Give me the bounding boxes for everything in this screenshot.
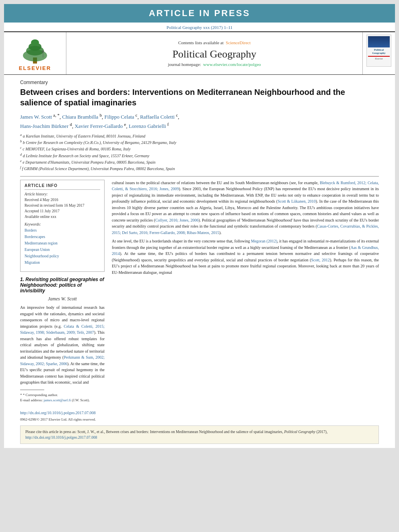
authors-line: James W. Scott a, *, Chiara Brambilla b,… — [20, 112, 379, 130]
right-para1: cultural issues to the political charact… — [112, 180, 379, 236]
section-divider — [20, 176, 379, 177]
affiliation-a: a a Karelian Institute, University of Ea… — [20, 133, 379, 139]
footnote-email-address[interactable]: james.scott@uef.fi — [43, 398, 71, 402]
author-celata: Filippo Celata — [105, 114, 134, 120]
journal-header: ELSEVIER Contents lists available at Sci… — [4, 31, 395, 75]
accepted-date: Accepted 11 July 2017 — [25, 208, 100, 214]
section1-author: James W. Scott — [20, 296, 105, 302]
author-brambilla: Chiara Brambilla — [62, 114, 98, 120]
keywords-list: Borders Borderscapes Mediterranean regio… — [25, 227, 100, 266]
sciencedirect-line: Contents lists available at ScienceDirec… — [178, 40, 251, 45]
citation-doi[interactable]: http://dx.doi.org/10.1016/j.polgeo.2017.… — [25, 435, 97, 440]
article-title: Between crises and borders: Intervention… — [20, 87, 379, 108]
elsevier-tree-icon — [15, 35, 55, 64]
journal-citation-text: Political Geography xxx (2017) 1–11 — [167, 25, 232, 30]
affiliation-d: d d Leibniz Institute for Research on So… — [20, 152, 379, 159]
keyword-mediterranean: Mediterranean region — [25, 241, 58, 245]
section1-heading: 1. Revisiting political geographies of N… — [20, 277, 105, 294]
affiliation-b: b b Centre for Research on Complexity (C… — [20, 139, 379, 146]
keyword-borderscapes: Borderscapes — [25, 235, 45, 239]
keywords-label: Keywords: — [25, 222, 100, 226]
doi-link[interactable]: http://dx.doi.org/10.1016/j.polgeo.2017.… — [20, 411, 105, 415]
elsevier-label: ELSEVIER — [19, 65, 51, 71]
received-date: Received 4 May 2016 — [25, 197, 100, 203]
journal-citation: Political Geography xxx (2017) 1–11 — [4, 23, 395, 31]
citation-box: Please cite this article in press as: Sc… — [20, 425, 379, 444]
svg-point-4 — [31, 39, 39, 46]
journal-homepage-line: journal homepage: www.elsevier.com/locat… — [168, 62, 261, 67]
right-column: cultural issues to the political charact… — [112, 180, 379, 421]
article-history-label: Article history: — [25, 192, 100, 196]
author-coletti: Raffaella Coletti — [140, 114, 175, 120]
author-burkner: Hans-Joachim Bürkner — [20, 123, 68, 129]
journal-title: Political Geography — [173, 48, 257, 60]
keyword-eu: European Union — [25, 248, 50, 252]
affiliations: a a Karelian Institute, University of Ea… — [20, 133, 379, 172]
journal-center: Contents lists available at ScienceDirec… — [66, 32, 363, 74]
journal-homepage-link[interactable]: www.elsevier.com/locate/polgeo — [203, 62, 261, 67]
section-type-label: Commentary — [20, 80, 379, 85]
affiliation-e: e e Departament d'Humanitats, Universita… — [20, 159, 379, 165]
article-in-press-banner: ARTICLE IN PRESS — [4, 4, 395, 23]
elsevier-logo-section: ELSEVIER — [4, 32, 66, 74]
right-para2: At one level, the EU is a borderlands sh… — [112, 238, 379, 275]
journal-thumb-title: PoliticalGeography — [372, 48, 385, 55]
two-column-layout: ARTICLE INFO Article history: Received 4… — [20, 180, 379, 421]
copyright-text: 0962-6298/© 2017 Elsevier Ltd. All right… — [20, 417, 105, 421]
footnote-email: E-mail address: james.scott@uef.fi (J.W.… — [20, 398, 105, 403]
sciencedirect-link[interactable]: ScienceDirect — [226, 40, 251, 45]
author-gabrielli: Lorenzo Gabrielli — [129, 123, 166, 129]
keyword-migration: Migration — [25, 261, 40, 265]
author-scott: James W. Scott — [20, 114, 52, 120]
footnote-corresponding: * * Corresponding author. — [20, 392, 105, 398]
author-ferrer: Xavier Ferrer-Gallardo — [74, 123, 123, 129]
section1-para1: An impressive body of international rese… — [20, 304, 105, 386]
revised-date: Received in revised form 16 May 2017 — [25, 203, 100, 208]
keyword-neighbourhood: Neighbourhood policy — [25, 254, 59, 258]
keyword-borders: Borders — [25, 228, 37, 232]
affiliation-c: c c MEMOTEF, La Sapienza-Università di R… — [20, 146, 379, 152]
footnote-divider — [20, 390, 44, 390]
svg-point-5 — [42, 50, 44, 53]
article-in-press-text: ARTICLE IN PRESS — [149, 8, 250, 18]
left-column: ARTICLE INFO Article history: Received 4… — [20, 180, 105, 421]
affiliation-f: f f GRIMM (Political Science Department)… — [20, 165, 379, 172]
article-history-section: Article history: Received 4 May 2016 Rec… — [25, 192, 100, 220]
journal-thumbnail: PoliticalGeography Elsevier — [366, 35, 391, 67]
journal-thumbnail-section: PoliticalGeography Elsevier — [363, 32, 395, 74]
main-content: Commentary Between crises and borders: I… — [4, 75, 395, 448]
article-info-box: ARTICLE INFO Article history: Received 4… — [20, 180, 105, 272]
article-info-title: ARTICLE INFO — [25, 183, 100, 190]
page: ARTICLE IN PRESS Political Geography xxx… — [4, 4, 395, 448]
online-date: Available online xxx — [25, 214, 100, 220]
keywords-section: Keywords: Borders Borderscapes Mediterra… — [25, 222, 100, 266]
